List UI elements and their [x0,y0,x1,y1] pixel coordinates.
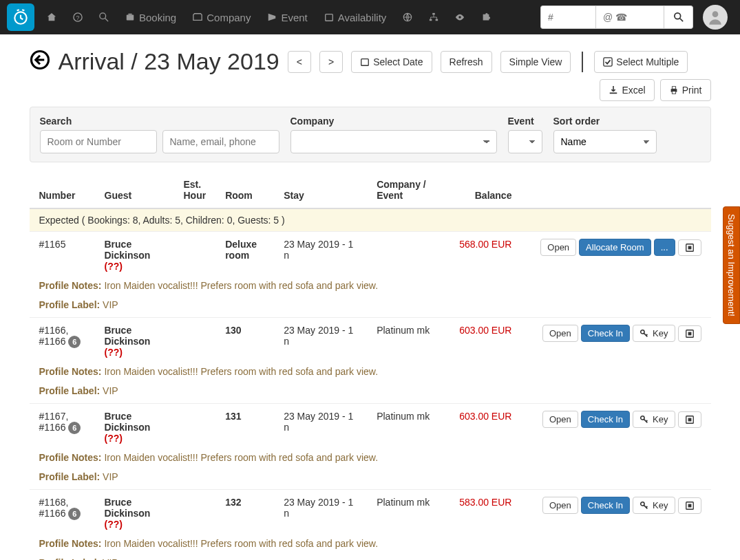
col-guest: Guest [95,172,174,208]
booking-number: #1168, [39,497,85,508]
expected-summary: Expected ( Bookings: 8, Adults: 5, Child… [30,208,711,232]
sort-filter-select[interactable]: Name [553,130,657,153]
nav-event[interactable]: Event [259,0,315,34]
profile-label-label: Profile Label: [39,385,101,396]
stay-cell: 23 May 2019 - 1 n [274,404,367,451]
export-excel-button[interactable]: Excel [600,79,654,101]
profile-label-label: Profile Label: [39,557,101,560]
open-button[interactable]: Open [542,497,578,514]
nav-globe[interactable] [394,0,421,34]
company-filter-select[interactable] [290,130,497,153]
page-title: Arrival / 23 May 2019 [59,48,279,75]
table-row: #1165 Bruce Dickinson(??) Deluxe room 23… [30,232,711,279]
svg-rect-28 [688,504,691,507]
check-in-button[interactable]: Check In [581,497,630,514]
svg-point-10 [674,13,680,19]
svg-point-11 [712,11,719,17]
profile-notes-label: Profile Notes: [39,452,102,463]
company-cell: Platinum mk [367,318,450,365]
col-stay: Stay [274,172,367,208]
svg-rect-16 [672,87,675,89]
balance-cell: 603.00 EUR [450,318,521,365]
check-in-button[interactable]: Check In [581,325,630,342]
nav-company[interactable]: Company [184,0,259,34]
profile-label-value: VIP [103,471,118,482]
svg-rect-8 [430,19,432,21]
top-navbar: ? Booking Company Event Availability [0,0,740,34]
nav-search-contact[interactable] [595,6,664,29]
svg-rect-7 [433,13,436,15]
prev-date-button[interactable]: < [288,51,311,73]
expand-button[interactable] [678,325,701,342]
est-hour-cell [174,232,216,279]
select-date-button[interactable]: Select Date [351,51,432,73]
allocate-room-button[interactable]: Allocate Room [579,239,651,256]
balance-cell: 568.00 EUR [450,232,521,279]
key-button[interactable]: Key [633,411,675,428]
svg-point-3 [100,13,106,19]
simple-view-button[interactable]: Simple View [500,51,571,73]
search-label: Search [40,116,279,127]
search-name-input[interactable] [162,130,279,153]
expand-button[interactable] [678,497,701,514]
est-hour-cell [174,404,216,451]
select-multiple-button[interactable]: Select Multiple [594,51,688,73]
svg-rect-19 [688,246,691,249]
group-badge: 6 [68,508,81,520]
event-filter-select[interactable] [508,130,542,153]
suggest-improvement-tab[interactable]: Suggest an Improvement! [723,206,740,324]
nav-home[interactable] [39,0,65,34]
col-est-hour: Est. Hour [174,172,216,208]
group-badge: 6 [68,336,81,348]
guest-unknown: (??) [105,433,165,444]
nav-search-number[interactable] [540,6,595,29]
next-date-button[interactable]: > [319,51,343,73]
nav-availability[interactable]: Availability [316,0,395,34]
profile-notes-text: Iron Maiden vocalist!!! Prefers room wit… [104,452,378,463]
open-button[interactable]: Open [540,239,576,256]
balance-cell: 603.00 EUR [450,404,521,451]
profile-notes-label: Profile Notes: [39,280,102,291]
booking-number: #1165 [39,239,85,250]
open-button[interactable]: Open [542,325,578,342]
search-room-input[interactable] [40,130,157,153]
nav-booking[interactable]: Booking [117,0,184,34]
print-button[interactable]: Print [660,79,711,101]
nav-zoom[interactable] [91,0,117,34]
svg-rect-9 [436,19,438,21]
col-company: Company / Event [367,172,450,208]
expand-button[interactable] [678,411,701,428]
profile-notes-label: Profile Notes: [39,366,102,377]
col-number: Number [30,172,95,208]
room-cell: 131 [215,404,274,451]
open-button[interactable]: Open [542,411,578,428]
nav-search-button[interactable] [664,6,693,29]
nav-sitemap[interactable] [421,0,447,34]
app-logo[interactable] [7,3,34,31]
room-cell: 132 [215,490,274,537]
guest-name: Bruce Dickinson [105,239,165,261]
back-button[interactable] [30,50,50,74]
nav-help[interactable]: ? [65,0,91,34]
event-filter-label: Event [508,116,542,127]
more-button[interactable]: ... [654,239,675,256]
key-button[interactable]: Key [633,497,675,514]
guest-name: Bruce Dickinson [105,325,165,347]
guest-name: Bruce Dickinson [105,411,165,433]
room-cell: Deluxe room [215,232,274,279]
company-filter-label: Company [290,116,497,127]
key-button[interactable]: Key [633,325,675,342]
nav-puzzle[interactable] [473,0,499,34]
expand-button[interactable] [678,239,701,256]
company-cell: Platinum mk [367,490,450,537]
check-in-button[interactable]: Check In [581,411,630,428]
booking-number: #1167, [39,411,85,422]
est-hour-cell [174,490,216,537]
profile-notes-text: Iron Maiden vocalist!!! Prefers room wit… [104,280,378,291]
balance-cell: 583.00 EUR [450,490,521,537]
user-avatar[interactable] [703,5,728,30]
refresh-button[interactable]: Refresh [441,51,492,73]
guest-unknown: (??) [105,347,165,358]
nav-eye[interactable] [447,0,473,34]
group-badge: 6 [68,422,81,434]
